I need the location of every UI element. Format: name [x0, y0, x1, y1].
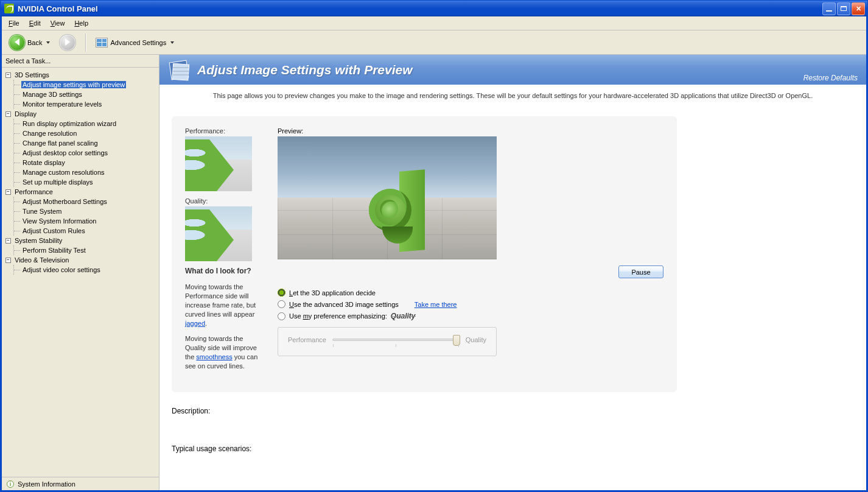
- jagged-link[interactable]: jagged: [185, 320, 205, 327]
- menu-help[interactable]: Help: [70, 18, 93, 28]
- slider-left-label: Performance: [288, 336, 326, 343]
- tree-section[interactable]: Video & Television: [13, 256, 71, 264]
- back-button[interactable]: Back: [5, 33, 54, 52]
- sidebar-header: Select a Task...: [2, 55, 159, 68]
- pause-button[interactable]: Pause: [618, 265, 663, 278]
- tree-toggle-icon[interactable]: −: [5, 258, 11, 263]
- task-tree[interactable]: −3D SettingsAdjust image settings with p…: [2, 68, 159, 477]
- tree-toggle-icon[interactable]: −: [5, 111, 11, 117]
- restore-defaults-link[interactable]: Restore Defaults: [803, 74, 858, 82]
- nvidia-3d-logo: [369, 170, 436, 256]
- tree-item[interactable]: Change resolution: [21, 130, 78, 137]
- menu-bar: File Edit View Help: [2, 16, 866, 30]
- tree-section[interactable]: Display: [13, 110, 38, 118]
- slider-right-label: Quality: [466, 336, 486, 343]
- tree-toggle-icon[interactable]: −: [5, 238, 11, 244]
- radio-app-decide[interactable]: [278, 289, 285, 297]
- advanced-settings-button[interactable]: Advanced Settings: [92, 36, 178, 49]
- tree-section[interactable]: Performance: [13, 188, 54, 195]
- tree-item[interactable]: Run display optimization wizard: [21, 120, 117, 127]
- minimize-button[interactable]: [822, 2, 836, 15]
- tree-item[interactable]: Tune System: [21, 208, 63, 215]
- page-title: Adjust Image Settings with Preview: [197, 63, 803, 77]
- grid-icon: [96, 38, 108, 47]
- advanced-dropdown-icon[interactable]: [170, 41, 174, 44]
- tree-item[interactable]: Adjust image settings with preview: [21, 81, 126, 88]
- tree-item[interactable]: Manage 3D settings: [21, 91, 83, 98]
- window-title: NVIDIA Control Panel: [18, 4, 822, 13]
- tree-item[interactable]: Adjust video color settings: [21, 266, 102, 273]
- tree-item[interactable]: Rotate display: [21, 159, 66, 166]
- page-header-icon: [167, 58, 191, 82]
- tree-item[interactable]: Adjust Motherboard Settings: [21, 198, 108, 205]
- tree-item[interactable]: Monitor temperature levels: [21, 100, 103, 108]
- preference-radio-group: Let the 3D application decide Use the ad…: [278, 287, 663, 322]
- smoothness-link[interactable]: smoothness: [196, 353, 232, 360]
- toolbar: Back Advanced Settings: [2, 30, 866, 55]
- tree-item[interactable]: Set up multiple displays: [21, 178, 94, 186]
- radio-app-decide-label[interactable]: Let the 3D application decide: [289, 289, 376, 297]
- tree-item[interactable]: Adjust desktop color settings: [21, 149, 109, 156]
- page-header: Adjust Image Settings with Preview Resto…: [159, 55, 866, 85]
- description-label: Description:: [172, 407, 866, 415]
- sidebar-statusbar: i System Information: [2, 477, 159, 490]
- tree-section[interactable]: 3D Settings: [13, 71, 51, 79]
- menu-view[interactable]: View: [46, 18, 69, 28]
- preview-viewport: [278, 136, 497, 259]
- slider-track[interactable]: [332, 339, 460, 341]
- tree-item[interactable]: Perform Stability Test: [21, 247, 87, 254]
- forward-arrow-icon: [60, 35, 75, 51]
- what-look-p2: Moving towards the Quality side will imp…: [185, 334, 259, 370]
- tree-item[interactable]: Adjust Custom Rules: [21, 227, 86, 234]
- tree-item[interactable]: View System Information: [21, 217, 97, 225]
- tree-section[interactable]: System Stability: [13, 237, 63, 244]
- usage-scenarios-label: Typical usage scenarios:: [172, 445, 866, 453]
- quality-slider[interactable]: Performance Quality: [278, 327, 497, 356]
- toolbar-separator: [85, 33, 86, 52]
- back-label: Back: [27, 39, 42, 46]
- menu-file[interactable]: File: [4, 18, 24, 28]
- sidebar: Select a Task... −3D SettingsAdjust imag…: [2, 55, 159, 490]
- forward-button[interactable]: [56, 33, 79, 52]
- content: Adjust Image Settings with Preview Resto…: [159, 55, 866, 490]
- emphasis-word: Quality: [391, 312, 416, 320]
- maximize-button[interactable]: [837, 2, 850, 15]
- back-dropdown-icon[interactable]: [46, 41, 50, 44]
- radio-my-preference-label[interactable]: Use my preference emphasizing:: [289, 312, 387, 320]
- performance-label: Performance:: [185, 127, 259, 135]
- back-arrow-icon: [9, 35, 25, 51]
- radio-advanced[interactable]: [278, 300, 285, 308]
- slider-thumb[interactable]: [453, 335, 460, 346]
- radio-advanced-label[interactable]: Use the advanced 3D image settings: [289, 301, 399, 308]
- tree-item[interactable]: Change flat panel scaling: [21, 139, 99, 147]
- radio-my-preference[interactable]: [278, 312, 285, 320]
- menu-edit[interactable]: Edit: [25, 18, 45, 28]
- performance-thumbnail: [185, 136, 252, 191]
- info-icon: i: [7, 480, 14, 488]
- tree-toggle-icon[interactable]: −: [5, 72, 11, 78]
- preview-label: Preview:: [278, 127, 663, 135]
- what-look-p1: Moving towards the Performance side will…: [185, 283, 259, 328]
- quality-thumbnail: [185, 206, 252, 261]
- quality-label: Quality:: [185, 197, 259, 205]
- settings-panel: Performance: Quality: What do I look for…: [172, 116, 677, 392]
- take-me-there-link[interactable]: Take me there: [415, 301, 457, 308]
- advanced-settings-label: Advanced Settings: [110, 39, 166, 46]
- system-information-link[interactable]: System Information: [18, 480, 75, 488]
- nvidia-icon: [4, 4, 14, 13]
- close-button[interactable]: [852, 2, 865, 15]
- tree-toggle-icon[interactable]: −: [5, 189, 11, 195]
- what-look-for-heading: What do I look for?: [185, 266, 259, 276]
- svg-rect-1: [172, 63, 189, 80]
- title-bar: NVIDIA Control Panel: [0, 0, 868, 16]
- page-description: This page allows you to preview changes …: [159, 85, 866, 105]
- tree-item[interactable]: Manage custom resolutions: [21, 169, 106, 176]
